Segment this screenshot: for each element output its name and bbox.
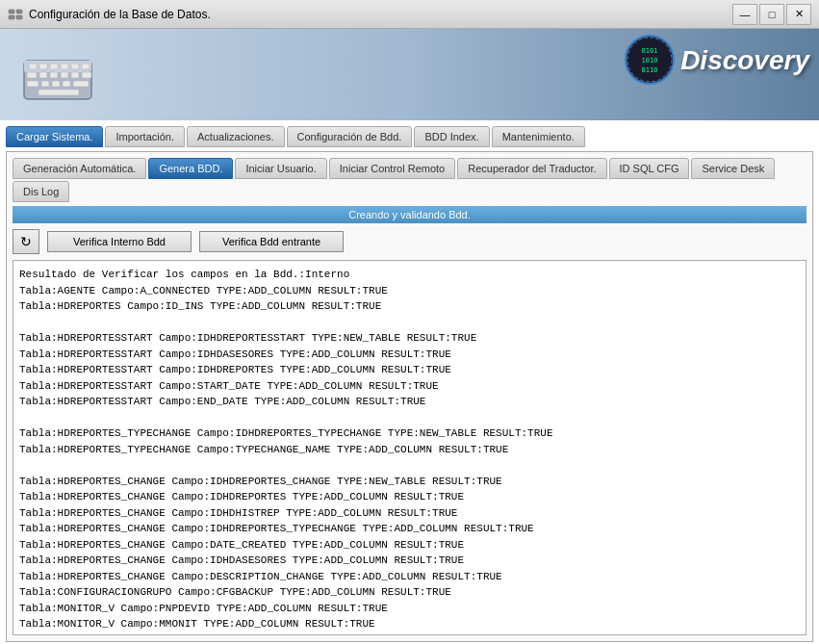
- svg-rect-3: [16, 15, 22, 19]
- tab-mantenimiento[interactable]: Mantenimiento.: [492, 126, 585, 147]
- svg-rect-22: [73, 81, 89, 87]
- tab-configuracion-bdd[interactable]: Configuración de Bdd.: [287, 126, 413, 147]
- top-tab-bar: Cargar Sistema. Importación. Actualizaci…: [6, 126, 813, 147]
- status-bar: Creando y validando Bdd.: [13, 206, 806, 223]
- tab-cargar-sistema[interactable]: Cargar Sistema.: [6, 126, 103, 147]
- svg-rect-6: [29, 64, 37, 69]
- verify-incoming-button[interactable]: Verifica Bdd entrante: [199, 231, 344, 252]
- svg-rect-21: [63, 81, 70, 87]
- app-header: 0101 1010 0110 Discovery: [0, 29, 819, 120]
- refresh-button[interactable]: ↻: [13, 229, 39, 254]
- keyboard-icon: [19, 46, 96, 104]
- tab-service-desk[interactable]: Service Desk: [691, 158, 775, 179]
- tab-bdd-index[interactable]: BDD Index.: [414, 126, 489, 147]
- app-icon: [8, 7, 23, 22]
- title-bar: Configuración de la Base de Datos. — □ ✕: [0, 0, 819, 29]
- svg-rect-7: [39, 64, 47, 69]
- logo-text: Discovery: [680, 45, 809, 76]
- svg-rect-11: [82, 64, 90, 69]
- tab-id-sql-cfg[interactable]: ID SQL CFG: [609, 158, 690, 179]
- close-button[interactable]: ✕: [786, 4, 811, 25]
- title-bar-left: Configuración de la Base de Datos.: [8, 7, 211, 22]
- window-controls: — □ ✕: [732, 4, 811, 25]
- svg-text:0101: 0101: [642, 47, 658, 55]
- svg-rect-0: [9, 10, 14, 13]
- maximize-button[interactable]: □: [759, 4, 784, 25]
- svg-rect-19: [41, 81, 49, 87]
- window-title: Configuración de la Base de Datos.: [29, 8, 211, 21]
- verify-internal-button[interactable]: Verifica Interno Bdd: [47, 231, 192, 252]
- svg-rect-17: [82, 72, 91, 78]
- svg-rect-18: [27, 81, 38, 87]
- tab-actualizaciones[interactable]: Actualizaciones.: [187, 126, 285, 147]
- svg-rect-13: [39, 72, 47, 78]
- tab-recuperador-traductor[interactable]: Recuperador del Traductor.: [457, 158, 606, 179]
- logo-icon: 0101 1010 0110: [624, 34, 677, 87]
- svg-rect-23: [38, 90, 79, 95]
- svg-rect-8: [50, 64, 58, 69]
- output-text: Resultado de Verificar los campos en la …: [19, 267, 800, 632]
- svg-rect-20: [52, 81, 60, 87]
- tab-generacion-automatica[interactable]: Generación Automática.: [13, 158, 146, 179]
- svg-rect-10: [71, 64, 79, 69]
- app-logo: 0101 1010 0110 Discovery: [624, 34, 809, 87]
- inner-tab-bar: Generación Automática. Genera BDD. Inici…: [13, 158, 806, 202]
- svg-text:1010: 1010: [642, 57, 658, 64]
- svg-rect-14: [50, 72, 58, 78]
- svg-text:0110: 0110: [642, 66, 658, 74]
- svg-rect-16: [71, 72, 79, 78]
- button-row: ↻ Verifica Interno Bdd Verifica Bdd entr…: [13, 229, 806, 254]
- tab-iniciar-usuario[interactable]: Iniciar Usuario.: [235, 158, 326, 179]
- tab-genera-bdd[interactable]: Genera BDD.: [148, 158, 233, 179]
- tab-importacion[interactable]: Importación.: [105, 126, 185, 147]
- svg-rect-2: [9, 15, 14, 19]
- output-area[interactable]: Resultado de Verificar los campos en la …: [13, 260, 806, 635]
- svg-rect-1: [16, 10, 22, 13]
- svg-rect-9: [61, 64, 68, 69]
- tab-dis-log[interactable]: Dis Log: [13, 181, 69, 202]
- inner-panel: Generación Automática. Genera BDD. Inici…: [6, 151, 813, 642]
- main-content: Cargar Sistema. Importación. Actualizaci…: [0, 120, 819, 644]
- tab-control-remoto[interactable]: Iniciar Control Remoto: [329, 158, 455, 179]
- minimize-button[interactable]: —: [732, 4, 757, 25]
- svg-rect-12: [27, 72, 37, 78]
- svg-rect-15: [61, 72, 68, 78]
